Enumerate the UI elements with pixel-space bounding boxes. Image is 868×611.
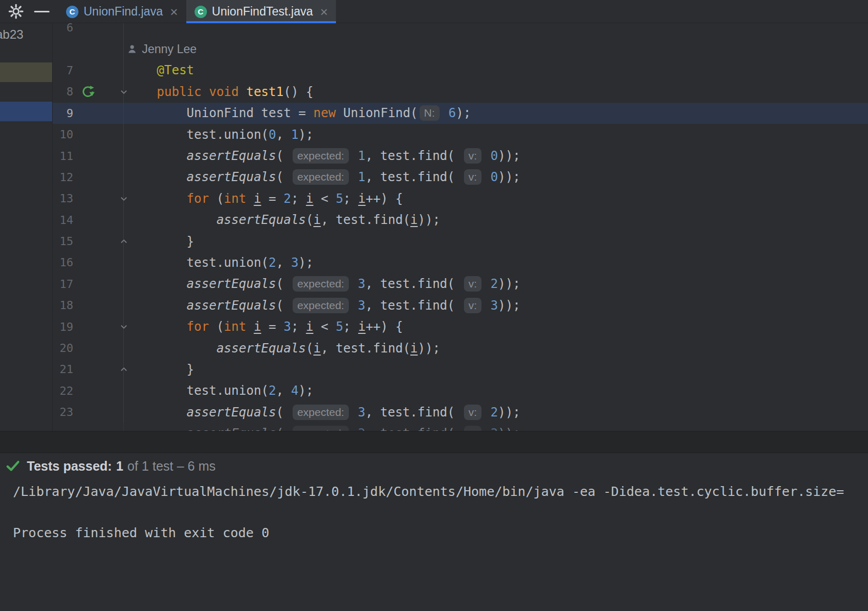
code-line[interactable]: 22test.union(2, 4); — [53, 380, 868, 401]
line-number[interactable]: 13 — [53, 192, 73, 205]
code-text[interactable]: } — [124, 359, 868, 380]
code-line[interactable]: 21} — [53, 359, 868, 380]
code-line[interactable]: 19for (int i = 3; i < 5; i++) { — [53, 316, 868, 337]
param-hint-badge: expected: — [293, 148, 349, 164]
fold-end-icon[interactable] — [119, 365, 128, 374]
line-number[interactable]: 10 — [53, 128, 73, 141]
fold-gutter — [102, 38, 124, 59]
code-token: 3 — [491, 298, 498, 313]
code-text[interactable]: } — [124, 231, 868, 252]
code-text[interactable]: assertEquals(i, test.find(i)); — [124, 337, 868, 359]
code-text[interactable]: assertEquals( expected: 3, test.find( v:… — [124, 401, 868, 423]
line-number[interactable]: 17 — [53, 278, 73, 291]
fold-end-icon[interactable] — [119, 237, 128, 246]
author-hint[interactable]: Jenny Lee — [127, 42, 197, 56]
code-line[interactable]: 7@Test — [53, 60, 868, 81]
code-text[interactable]: UnionFind test = new UnionFind(N: 6); — [124, 103, 868, 124]
code-line[interactable]: assertEquals( expected: 3, test.find( v:… — [53, 423, 868, 431]
close-icon[interactable]: × — [320, 5, 328, 19]
project-tree-item[interactable]: ab23 — [0, 27, 23, 42]
line-number[interactable]: 15 — [53, 235, 73, 248]
code-text[interactable]: assertEquals( expected: 3, test.find( v:… — [124, 295, 868, 316]
code-text[interactable]: @Test — [124, 60, 868, 81]
code-editor[interactable]: 6Jenny Lee7@Test8public void test1() {9U… — [53, 23, 868, 431]
code-text[interactable]: assertEquals( expected: 3, test.find( v:… — [124, 274, 868, 295]
code-token: assertEquals — [187, 298, 276, 313]
line-number[interactable]: 14 — [53, 214, 73, 227]
code-token: i — [306, 319, 313, 334]
code-token: } — [187, 362, 194, 377]
fold-collapse-icon[interactable] — [119, 87, 128, 97]
code-text[interactable]: test.union(2, 4); — [124, 380, 868, 401]
code-text[interactable]: for (int i = 2; i < 5; i++) { — [124, 188, 868, 209]
code-text[interactable]: Jenny Lee — [124, 38, 868, 59]
code-token: = — [261, 319, 283, 334]
code-line[interactable]: 9UnionFind test = new UnionFind(N: 6); — [53, 103, 868, 124]
code-line[interactable]: 10test.union(0, 1); — [53, 124, 868, 145]
line-number[interactable]: 20 — [53, 342, 73, 355]
code-line[interactable]: 20assertEquals(i, test.find(i)); — [53, 337, 868, 359]
run-test-icon[interactable] — [73, 85, 102, 99]
code-token: 4 — [291, 383, 298, 398]
code-line[interactable]: 8public void test1() { — [53, 81, 868, 102]
code-line[interactable]: 23assertEquals( expected: 3, test.find( … — [53, 401, 868, 423]
line-number[interactable]: 21 — [53, 363, 73, 376]
code-text[interactable]: assertEquals(i, test.find(i)); — [124, 210, 868, 231]
code-text[interactable]: public void test1() { — [124, 81, 868, 102]
code-line[interactable]: 13for (int i = 2; i < 5; i++) { — [53, 188, 868, 209]
code-token — [350, 149, 358, 163]
code-text[interactable]: test.union(0, 1); — [124, 124, 868, 145]
code-text[interactable]: assertEquals( expected: 3, test.find( v:… — [124, 423, 868, 431]
line-number[interactable]: 18 — [53, 299, 73, 312]
code-text[interactable]: for (int i = 3; i < 5; i++) { — [124, 316, 868, 337]
close-icon[interactable]: × — [170, 5, 178, 19]
gear-icon[interactable] — [8, 4, 24, 19]
author-inlay-row[interactable]: Jenny Lee — [53, 38, 868, 59]
line-number[interactable]: 19 — [53, 320, 73, 333]
project-tree-highlight-row[interactable] — [0, 62, 53, 82]
project-tree-selected-row[interactable] — [0, 102, 53, 121]
code-line[interactable]: 15} — [53, 231, 868, 252]
line-number[interactable]: 7 — [53, 64, 73, 77]
code-token: ( — [276, 298, 291, 313]
code-line[interactable]: 12assertEquals( expected: 1, test.find( … — [53, 167, 868, 188]
code-token: 2 — [283, 191, 291, 206]
code-text[interactable]: assertEquals( expected: 1, test.find( v:… — [124, 145, 868, 166]
code-line[interactable]: 11assertEquals( expected: 1, test.find( … — [53, 145, 868, 166]
code-token: i — [410, 213, 417, 227]
code-token: 6 — [448, 106, 456, 120]
code-line[interactable]: 16test.union(2, 3); — [53, 252, 868, 273]
line-number[interactable]: 23 — [53, 406, 73, 419]
code-token: 3 — [291, 255, 298, 270]
fold-collapse-icon[interactable] — [119, 322, 128, 331]
code-token: assertEquals — [187, 426, 276, 431]
tab-unionfind-java[interactable]: C UnionFind.java × — [58, 0, 186, 23]
line-number[interactable]: 6 — [53, 23, 73, 34]
code-line[interactable]: 14assertEquals(i, test.find(i)); — [53, 210, 868, 231]
line-number[interactable]: 9 — [53, 107, 73, 120]
code-text[interactable] — [124, 23, 868, 38]
code-text[interactable]: assertEquals( expected: 1, test.find( v:… — [124, 167, 868, 188]
code-token: @Test — [157, 63, 194, 77]
person-icon — [127, 44, 137, 54]
code-text[interactable]: test.union(2, 3); — [124, 252, 868, 273]
line-number[interactable]: 8 — [53, 85, 73, 98]
code-token: ; — [291, 319, 306, 334]
param-hint-badge: v: — [464, 169, 481, 185]
code-token: ( — [306, 213, 313, 227]
param-hint-badge: expected: — [293, 169, 349, 185]
fold-collapse-icon[interactable] — [119, 194, 128, 203]
code-line[interactable]: 18assertEquals( expected: 3, test.find( … — [53, 295, 868, 316]
line-number[interactable]: 22 — [53, 384, 73, 397]
tab-unionfindtest-java[interactable]: C UnionFindTest.java × — [186, 0, 336, 23]
param-hint-badge: v: — [464, 426, 481, 431]
code-line[interactable]: 17assertEquals( expected: 3, test.find( … — [53, 274, 868, 295]
line-number[interactable]: 11 — [53, 150, 73, 163]
line-number[interactable]: 16 — [53, 256, 73, 269]
fold-gutter — [102, 60, 124, 81]
code-token: ); — [298, 127, 313, 142]
minimize-icon[interactable] — [34, 11, 50, 12]
console-output[interactable]: /Library/Java/JavaVirtualMachines/jdk-17… — [0, 479, 868, 611]
line-number[interactable]: 12 — [53, 171, 73, 184]
code-line[interactable]: 6 — [53, 23, 868, 38]
